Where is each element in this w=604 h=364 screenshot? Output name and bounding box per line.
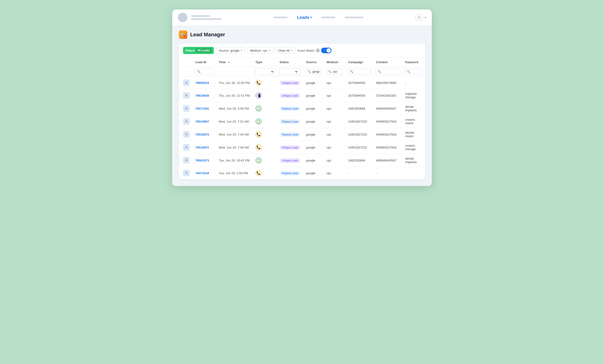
search-source-cell: 🔍 bbox=[303, 67, 324, 77]
lead-id-search-wrap: 🔍 bbox=[195, 69, 214, 74]
row-lead-id-cell: 76501073 bbox=[192, 154, 216, 167]
medium-filter-remove[interactable]: × bbox=[269, 49, 271, 52]
source-filter-remove[interactable]: × bbox=[241, 49, 242, 52]
campaign-search-input[interactable] bbox=[355, 70, 369, 73]
medium-search-input[interactable] bbox=[333, 70, 341, 73]
row-source-cell: google bbox=[303, 89, 324, 102]
type-select-wrap bbox=[255, 68, 274, 75]
lead-id-link[interactable]: 76659323 bbox=[195, 81, 209, 85]
lead-id-search-input[interactable] bbox=[202, 70, 211, 73]
row-keyword-cell: dental implants bbox=[403, 154, 425, 167]
table-row: 76571261 Wed, Jun 29, 5:56 PM 📋 Repeat L… bbox=[179, 102, 425, 115]
row-time-cell: Tue, Jun 28, 10:42 PM bbox=[216, 154, 253, 167]
lead-manager-icon bbox=[179, 30, 187, 39]
col-keyword: Keyword bbox=[403, 58, 425, 67]
content-search-input[interactable] bbox=[382, 70, 398, 73]
col-medium: Medium bbox=[324, 58, 345, 67]
row-type-cell: 📞 bbox=[253, 141, 277, 154]
svg-point-4 bbox=[186, 120, 187, 121]
row-campaign-cell: 10451927223 bbox=[345, 141, 373, 154]
lead-id-link[interactable]: 76510967 bbox=[195, 120, 209, 123]
source-search-icon: 🔍 bbox=[308, 70, 311, 73]
filters-label: Filters bbox=[186, 49, 195, 52]
col-source: Source bbox=[303, 58, 324, 67]
lead-id-link[interactable]: 76471619 bbox=[195, 171, 209, 175]
keyword-search-icon: 🔍 bbox=[407, 70, 411, 73]
row-time-cell: Tue, Jun 28, 2:59 PM bbox=[216, 167, 253, 179]
row-type-cell: 📋 bbox=[253, 115, 277, 128]
status-select[interactable] bbox=[279, 69, 298, 75]
row-keyword-cell: crowns miami bbox=[403, 115, 425, 128]
row-content-cell: 445893317918 bbox=[373, 141, 403, 154]
row-time-cell: Wed, Jun 29, 7:52 AM bbox=[216, 115, 253, 128]
row-keyword-cell: dentist miami bbox=[403, 128, 425, 141]
row-medium-cell: cpc bbox=[324, 77, 345, 89]
clear-all-button[interactable]: Clear All × bbox=[276, 47, 295, 54]
status-badge: Unique Lead bbox=[280, 81, 300, 85]
source-search-input[interactable] bbox=[312, 70, 319, 73]
row-avatar-cell bbox=[179, 77, 192, 89]
status-badge: Repeat Lead bbox=[280, 132, 301, 137]
status-badge: Repeat Lead bbox=[280, 119, 301, 124]
row-content-cell: 445893317918 bbox=[373, 115, 403, 128]
exact-match-toggle[interactable]: ✓ bbox=[321, 48, 331, 53]
nav-line-2 bbox=[191, 18, 222, 20]
row-lead-id-cell: 76619928 bbox=[192, 89, 216, 102]
lead-id-link[interactable]: 76510873 bbox=[195, 133, 209, 136]
toggle-knob: ✓ bbox=[327, 48, 331, 53]
row-source-cell: google bbox=[303, 102, 324, 115]
search-type-cell bbox=[253, 67, 277, 77]
clear-all-label: Clear All bbox=[278, 49, 289, 52]
lead-id-link[interactable]: 76510872 bbox=[195, 146, 209, 149]
medium-filter-tag[interactable]: Medium: cpc × bbox=[248, 47, 273, 54]
search-medium-cell: 🔍 bbox=[324, 67, 345, 77]
row-source-cell: google bbox=[303, 77, 324, 89]
filters-button[interactable]: Filters 85 Leads bbox=[183, 47, 214, 54]
row-medium-cell: cpc bbox=[324, 102, 345, 115]
campaign-search-icon: 🔍 bbox=[350, 70, 353, 73]
nav-link-2 bbox=[321, 16, 335, 18]
medium-search-icon: 🔍 bbox=[328, 70, 332, 73]
type-select[interactable] bbox=[255, 69, 274, 75]
row-medium-cell: cpc bbox=[324, 89, 345, 102]
lead-id-search-icon: 🔍 bbox=[197, 70, 201, 73]
lead-id-link[interactable]: 76501073 bbox=[195, 159, 209, 162]
avatar bbox=[183, 105, 190, 112]
status-badge: Unique Lead bbox=[280, 158, 300, 163]
avatar bbox=[183, 157, 190, 164]
nav-bar: Leads ▾ ▾ bbox=[172, 9, 432, 26]
svg-point-0 bbox=[418, 16, 420, 17]
row-type-cell: 📞 bbox=[253, 167, 277, 179]
nav-link-1 bbox=[274, 16, 288, 18]
lead-id-link[interactable]: 76619928 bbox=[195, 94, 209, 97]
nav-title[interactable]: Leads ▾ bbox=[297, 15, 312, 20]
col-time[interactable]: Time ▼ bbox=[216, 58, 253, 67]
row-avatar-cell bbox=[179, 102, 192, 115]
content-search-wrap: 🔍 bbox=[376, 69, 400, 74]
row-status-cell: Repeat Lead bbox=[277, 128, 303, 141]
source-filter-tag[interactable]: Source: google × bbox=[216, 47, 245, 54]
row-type-cell: 📞 bbox=[253, 77, 277, 89]
row-source-cell: google bbox=[303, 128, 324, 141]
row-medium-cell: cpc bbox=[324, 154, 345, 167]
row-content-cell: 372641561501 bbox=[373, 89, 403, 102]
time-sort-icon: ▼ bbox=[228, 61, 230, 64]
row-time-cell: Wed, Jun 29, 7:49 AM bbox=[216, 128, 253, 141]
avatar-icon[interactable] bbox=[415, 14, 423, 21]
search-content-cell: 🔍 bbox=[373, 67, 403, 77]
row-campaign-cell: 2073094550 bbox=[345, 77, 373, 89]
row-campaign-cell: 1662353664 bbox=[345, 154, 373, 167]
row-lead-id-cell: 76471619 bbox=[192, 167, 216, 179]
row-time-cell: Wed, Jun 29, 7:48 AM bbox=[216, 141, 253, 154]
exact-match-help-icon[interactable]: ? bbox=[316, 49, 320, 52]
row-source-cell: google bbox=[303, 167, 324, 179]
col-status: Status bbox=[277, 58, 303, 67]
nav-placeholder-lines bbox=[191, 15, 222, 20]
keyword-search-input[interactable] bbox=[412, 70, 421, 73]
row-time-cell: Thu, Jun 30, 12:51 PM bbox=[216, 89, 253, 102]
avatar bbox=[183, 144, 190, 151]
status-select-wrap bbox=[279, 68, 301, 75]
lead-id-link[interactable]: 76571261 bbox=[195, 107, 209, 110]
row-campaign-cell: 10451927223 bbox=[345, 128, 373, 141]
row-lead-id-cell: 76510873 bbox=[192, 128, 216, 141]
